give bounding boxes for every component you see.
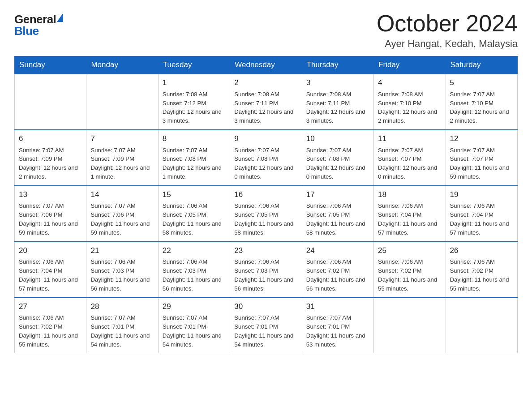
day-info: Sunrise: 7:07 AM Sunset: 7:08 PM Dayligh…	[306, 146, 369, 181]
page-header: General Blue October 2024 Ayer Hangat, K…	[14, 11, 518, 50]
day-info: Sunrise: 7:08 AM Sunset: 7:10 PM Dayligh…	[378, 90, 441, 125]
calendar-header-row: SundayMondayTuesdayWednesdayThursdayFrid…	[15, 56, 518, 74]
calendar-day-cell: 8Sunrise: 7:07 AM Sunset: 7:08 PM Daylig…	[158, 130, 230, 186]
day-info: Sunrise: 7:07 AM Sunset: 7:07 PM Dayligh…	[378, 146, 441, 181]
day-info: Sunrise: 7:07 AM Sunset: 7:09 PM Dayligh…	[90, 146, 154, 181]
day-info: Sunrise: 7:06 AM Sunset: 7:04 PM Dayligh…	[450, 201, 513, 237]
calendar-day-cell	[446, 298, 517, 353]
title-block: October 2024 Ayer Hangat, Kedah, Malaysi…	[377, 11, 518, 50]
calendar-day-cell: 16Sunrise: 7:06 AM Sunset: 7:05 PM Dayli…	[230, 186, 302, 242]
calendar-day-cell: 9Sunrise: 7:07 AM Sunset: 7:08 PM Daylig…	[230, 130, 302, 186]
calendar-day-cell: 3Sunrise: 7:08 AM Sunset: 7:11 PM Daylig…	[302, 74, 373, 130]
day-of-week-header: Saturday	[446, 56, 517, 74]
calendar-day-cell: 21Sunrise: 7:06 AM Sunset: 7:03 PM Dayli…	[86, 242, 158, 298]
calendar-day-cell: 20Sunrise: 7:06 AM Sunset: 7:04 PM Dayli…	[15, 242, 86, 298]
day-number: 28	[90, 301, 154, 313]
day-number: 5	[450, 77, 513, 89]
calendar-day-cell: 7Sunrise: 7:07 AM Sunset: 7:09 PM Daylig…	[86, 130, 158, 186]
calendar-day-cell: 27Sunrise: 7:06 AM Sunset: 7:02 PM Dayli…	[15, 298, 86, 353]
day-info: Sunrise: 7:06 AM Sunset: 7:02 PM Dayligh…	[306, 257, 369, 293]
day-number: 11	[378, 133, 441, 145]
day-info: Sunrise: 7:06 AM Sunset: 7:02 PM Dayligh…	[19, 313, 82, 349]
calendar-day-cell: 12Sunrise: 7:07 AM Sunset: 7:07 PM Dayli…	[446, 130, 517, 186]
calendar-day-cell: 28Sunrise: 7:07 AM Sunset: 7:01 PM Dayli…	[86, 298, 158, 353]
calendar-week-row: 13Sunrise: 7:07 AM Sunset: 7:06 PM Dayli…	[15, 186, 518, 242]
calendar-day-cell: 23Sunrise: 7:06 AM Sunset: 7:03 PM Dayli…	[230, 242, 302, 298]
day-info: Sunrise: 7:07 AM Sunset: 7:08 PM Dayligh…	[234, 146, 297, 181]
month-title: October 2024	[377, 11, 518, 36]
day-number: 23	[234, 245, 297, 257]
day-number: 2	[234, 77, 297, 89]
day-info: Sunrise: 7:06 AM Sunset: 7:05 PM Dayligh…	[306, 201, 369, 237]
calendar-day-cell: 17Sunrise: 7:06 AM Sunset: 7:05 PM Dayli…	[302, 186, 373, 242]
calendar-day-cell: 11Sunrise: 7:07 AM Sunset: 7:07 PM Dayli…	[374, 130, 446, 186]
day-number: 7	[90, 133, 154, 145]
day-number: 24	[306, 245, 369, 257]
calendar-week-row: 6Sunrise: 7:07 AM Sunset: 7:09 PM Daylig…	[15, 130, 518, 186]
day-of-week-header: Monday	[86, 56, 158, 74]
day-info: Sunrise: 7:06 AM Sunset: 7:03 PM Dayligh…	[234, 257, 297, 293]
day-number: 9	[234, 133, 297, 145]
day-info: Sunrise: 7:07 AM Sunset: 7:06 PM Dayligh…	[19, 201, 82, 237]
calendar-day-cell: 19Sunrise: 7:06 AM Sunset: 7:04 PM Dayli…	[446, 186, 517, 242]
calendar-day-cell: 6Sunrise: 7:07 AM Sunset: 7:09 PM Daylig…	[15, 130, 86, 186]
day-number: 15	[163, 189, 226, 201]
day-number: 29	[163, 301, 226, 313]
day-number: 13	[19, 189, 82, 201]
calendar-week-row: 27Sunrise: 7:06 AM Sunset: 7:02 PM Dayli…	[15, 298, 518, 353]
day-info: Sunrise: 7:07 AM Sunset: 7:10 PM Dayligh…	[450, 90, 513, 125]
day-number: 19	[450, 189, 513, 201]
day-info: Sunrise: 7:06 AM Sunset: 7:05 PM Dayligh…	[163, 201, 226, 237]
calendar-day-cell: 31Sunrise: 7:07 AM Sunset: 7:01 PM Dayli…	[302, 298, 373, 353]
calendar-day-cell: 2Sunrise: 7:08 AM Sunset: 7:11 PM Daylig…	[230, 74, 302, 130]
calendar-day-cell	[86, 74, 158, 130]
day-info: Sunrise: 7:07 AM Sunset: 7:07 PM Dayligh…	[450, 146, 513, 181]
day-number: 22	[163, 245, 226, 257]
day-of-week-header: Friday	[374, 56, 446, 74]
calendar-day-cell: 26Sunrise: 7:06 AM Sunset: 7:02 PM Dayli…	[446, 242, 517, 298]
day-of-week-header: Sunday	[15, 56, 86, 74]
day-info: Sunrise: 7:08 AM Sunset: 7:12 PM Dayligh…	[163, 90, 226, 125]
day-number: 31	[306, 301, 369, 313]
day-of-week-header: Thursday	[302, 56, 373, 74]
calendar-day-cell: 10Sunrise: 7:07 AM Sunset: 7:08 PM Dayli…	[302, 130, 373, 186]
calendar-table: SundayMondayTuesdayWednesdayThursdayFrid…	[14, 56, 518, 353]
calendar-week-row: 20Sunrise: 7:06 AM Sunset: 7:04 PM Dayli…	[15, 242, 518, 298]
day-of-week-header: Tuesday	[158, 56, 230, 74]
day-info: Sunrise: 7:06 AM Sunset: 7:02 PM Dayligh…	[450, 257, 513, 293]
day-info: Sunrise: 7:07 AM Sunset: 7:01 PM Dayligh…	[90, 313, 154, 349]
logo: General Blue	[14, 13, 63, 37]
logo-blue-text: Blue	[14, 25, 39, 37]
day-number: 26	[450, 245, 513, 257]
day-number: 8	[163, 133, 226, 145]
day-info: Sunrise: 7:07 AM Sunset: 7:06 PM Dayligh…	[90, 201, 154, 237]
calendar-day-cell: 29Sunrise: 7:07 AM Sunset: 7:01 PM Dayli…	[158, 298, 230, 353]
calendar-day-cell: 14Sunrise: 7:07 AM Sunset: 7:06 PM Dayli…	[86, 186, 158, 242]
day-number: 10	[306, 133, 369, 145]
day-info: Sunrise: 7:06 AM Sunset: 7:03 PM Dayligh…	[163, 257, 226, 293]
day-info: Sunrise: 7:07 AM Sunset: 7:01 PM Dayligh…	[163, 313, 226, 349]
calendar-day-cell: 15Sunrise: 7:06 AM Sunset: 7:05 PM Dayli…	[158, 186, 230, 242]
day-info: Sunrise: 7:08 AM Sunset: 7:11 PM Dayligh…	[234, 90, 297, 125]
calendar-day-cell: 22Sunrise: 7:06 AM Sunset: 7:03 PM Dayli…	[158, 242, 230, 298]
day-number: 30	[234, 301, 297, 313]
day-number: 20	[19, 245, 82, 257]
day-number: 27	[19, 301, 82, 313]
day-number: 17	[306, 189, 369, 201]
calendar-day-cell: 5Sunrise: 7:07 AM Sunset: 7:10 PM Daylig…	[446, 74, 517, 130]
calendar-week-row: 1Sunrise: 7:08 AM Sunset: 7:12 PM Daylig…	[15, 74, 518, 130]
day-number: 1	[163, 77, 226, 89]
day-info: Sunrise: 7:07 AM Sunset: 7:01 PM Dayligh…	[306, 313, 369, 349]
day-info: Sunrise: 7:06 AM Sunset: 7:03 PM Dayligh…	[90, 257, 154, 293]
day-number: 12	[450, 133, 513, 145]
day-number: 21	[90, 245, 154, 257]
day-info: Sunrise: 7:07 AM Sunset: 7:08 PM Dayligh…	[163, 146, 226, 181]
calendar-day-cell	[374, 298, 446, 353]
day-number: 16	[234, 189, 297, 201]
day-number: 6	[19, 133, 82, 145]
day-of-week-header: Wednesday	[230, 56, 302, 74]
calendar-day-cell: 13Sunrise: 7:07 AM Sunset: 7:06 PM Dayli…	[15, 186, 86, 242]
calendar-day-cell	[15, 74, 86, 130]
day-info: Sunrise: 7:06 AM Sunset: 7:04 PM Dayligh…	[19, 257, 82, 293]
calendar-day-cell: 1Sunrise: 7:08 AM Sunset: 7:12 PM Daylig…	[158, 74, 230, 130]
